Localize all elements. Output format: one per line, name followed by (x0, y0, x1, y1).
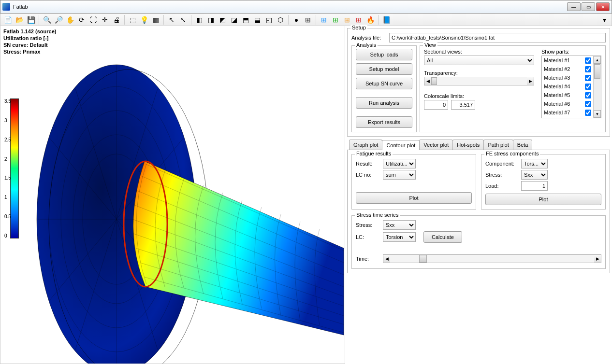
part-checkbox[interactable] (585, 75, 591, 81)
viewport-3d[interactable]: Fatlab 1.142 (source) Utilization ratio … (0, 26, 345, 364)
cube2-icon[interactable]: ◨ (205, 14, 216, 25)
part-checkbox[interactable] (585, 66, 591, 72)
transparency-label: Transparency: (424, 70, 534, 76)
cube5-icon[interactable]: ⬒ (240, 14, 251, 25)
pick-icon[interactable]: ⤡ (178, 14, 189, 25)
load-input[interactable] (521, 181, 548, 191)
fe-stress-select[interactable]: Sxx (521, 170, 548, 180)
grid3-icon[interactable]: ⊞ (342, 14, 352, 25)
zoom-in-icon[interactable]: 🔍 (42, 14, 52, 25)
lcno-select[interactable]: sum (383, 170, 416, 180)
tab-path-plot[interactable]: Path plot (483, 140, 513, 150)
cube3-icon[interactable]: ◩ (217, 14, 228, 25)
part-row: Material #2 (542, 65, 593, 73)
component-label: Component: (485, 161, 518, 167)
node-icon[interactable]: ● (291, 14, 302, 25)
cube7-icon[interactable]: ◰ (263, 14, 274, 25)
component-select[interactable]: Tors... (521, 159, 548, 168)
part-checkbox[interactable] (585, 92, 591, 98)
cube1-icon[interactable]: ◧ (194, 14, 204, 25)
app-icon (2, 3, 10, 11)
maximize-button[interactable]: ▭ (582, 2, 595, 11)
parts-scrollbar[interactable]: ▲ ▼ (593, 56, 601, 118)
plot-tabs: Graph plot Contour plot Vector plot Hot-… (347, 140, 610, 150)
fe-stress-label: Stress: (485, 172, 518, 178)
ts-stress-label: Stress: (356, 222, 380, 228)
select-icon[interactable]: ⬚ (127, 14, 138, 25)
result-select[interactable]: Utilizati... (383, 159, 416, 168)
colorscale-max-input[interactable] (451, 100, 475, 110)
tab-hot-spots[interactable]: Hot-spots (452, 140, 484, 150)
part-row: Material #3 (542, 73, 593, 82)
fatigue-plot-button[interactable]: Plot (356, 192, 472, 204)
fire-icon[interactable]: 🔥 (365, 14, 376, 25)
cube6-icon[interactable]: ⬓ (252, 14, 262, 25)
colorbar: 3.5 3 2.5 2 1.5 1 0.5 0 (10, 98, 19, 238)
iso-icon[interactable]: ⬡ (275, 14, 286, 25)
export-results-button[interactable]: Export results (356, 116, 412, 128)
calculate-button[interactable]: Calculate (423, 231, 462, 243)
part-row: Material #1 (542, 56, 593, 65)
help-icon[interactable]: 📘 (381, 14, 392, 25)
analysis-file-label: Analysis file: (351, 35, 386, 41)
light-icon[interactable]: 💡 (139, 14, 149, 25)
sectional-views-label: Sectional views: (424, 49, 534, 55)
setup-sn-button[interactable]: Setup SN curve (356, 78, 412, 89)
save-file-icon[interactable]: 💾 (26, 14, 36, 25)
tab-vector-plot[interactable]: Vector plot (419, 140, 453, 150)
part-checkbox[interactable] (585, 101, 591, 107)
side-panel: Setup Analysis file: Analysis Setup load… (345, 26, 612, 364)
zoom-out-icon[interactable]: 🔎 (53, 14, 64, 25)
time-label: Time: (356, 256, 380, 262)
close-button[interactable]: ✕ (596, 2, 610, 11)
time-slider[interactable]: ◀▶ (383, 254, 601, 263)
sectional-views-select[interactable]: All (424, 56, 534, 65)
result-label: Result: (356, 161, 380, 167)
setup-box: Setup Analysis file: Analysis Setup load… (347, 28, 610, 137)
analysis-box: Analysis Setup loads Setup model Setup S… (351, 45, 417, 132)
fit-view-icon[interactable]: ⛶ (88, 14, 99, 25)
new-file-icon[interactable]: 📄 (2, 14, 13, 25)
view-box: View Sectional views: All Transparency: … (420, 45, 606, 132)
mesh-icon[interactable]: ⊞ (303, 14, 313, 25)
ts-lc-label: LC: (356, 234, 380, 240)
menu-chevron-icon[interactable]: ▾ (599, 14, 610, 25)
lcno-label: LC no: (356, 172, 380, 178)
parts-list: Material #1 Material #2 Material #3 Mate… (541, 56, 601, 118)
setup-loads-button[interactable]: Setup loads (356, 49, 412, 60)
part-row: Material #7 (542, 108, 593, 117)
tab-contour-plot[interactable]: Contour plot (382, 140, 420, 150)
grid4-icon[interactable]: ⊞ (353, 14, 364, 25)
part-checkbox[interactable] (585, 110, 591, 116)
part-checkbox[interactable] (585, 57, 591, 64)
transparency-slider[interactable]: ◀▶ (424, 77, 534, 85)
tab-graph-plot[interactable]: Graph plot (349, 140, 382, 150)
main-toolbar: 📄 📂 💾 🔍 🔎 ✋ ⟳ ⛶ ✛ 🖨 ⬚ 💡 ▦ ↖ ⤡ ◧ ◨ ◩ ◪ ⬒ … (0, 14, 612, 26)
axes-icon[interactable]: ✛ (100, 14, 110, 25)
time-series-box: Stress time series Stress: Sxx LC: Torsi… (351, 215, 606, 269)
fe-stress-box: FE stress components Component: Tors... … (481, 154, 606, 210)
viewport-info: Fatlab 1.142 (source) Utilization ratio … (3, 28, 56, 55)
fe-plot-button[interactable]: Plot (485, 194, 601, 205)
title-bar: Fatlab — ▭ ✕ (0, 0, 612, 14)
minimize-button[interactable]: — (567, 2, 581, 11)
ts-lc-select[interactable]: Torsion (383, 232, 416, 242)
print-icon[interactable]: 🖨 (111, 14, 122, 25)
part-checkbox[interactable] (585, 84, 591, 90)
grid2-icon[interactable]: ⊞ (330, 14, 341, 25)
open-file-icon[interactable]: 📂 (14, 14, 25, 25)
colorscale-label: Colorscale limits: (424, 93, 534, 99)
pointer-icon[interactable]: ↖ (166, 14, 177, 25)
tab-beta[interactable]: Beta (513, 140, 533, 150)
pan-icon[interactable]: ✋ (65, 14, 75, 25)
run-analysis-button[interactable]: Run analysis (356, 97, 412, 109)
box-icon[interactable]: ▦ (150, 14, 161, 25)
contour-tab-content: Fatigue results Result: Utilizati... LC … (347, 150, 610, 273)
rotate-icon[interactable]: ⟳ (76, 14, 87, 25)
ts-stress-select[interactable]: Sxx (383, 220, 416, 230)
cube4-icon[interactable]: ◪ (229, 14, 239, 25)
setup-model-button[interactable]: Setup model (356, 63, 412, 75)
grid1-icon[interactable]: ⊞ (319, 14, 329, 25)
colorscale-min-input[interactable] (424, 100, 448, 110)
analysis-file-input[interactable] (389, 33, 606, 42)
